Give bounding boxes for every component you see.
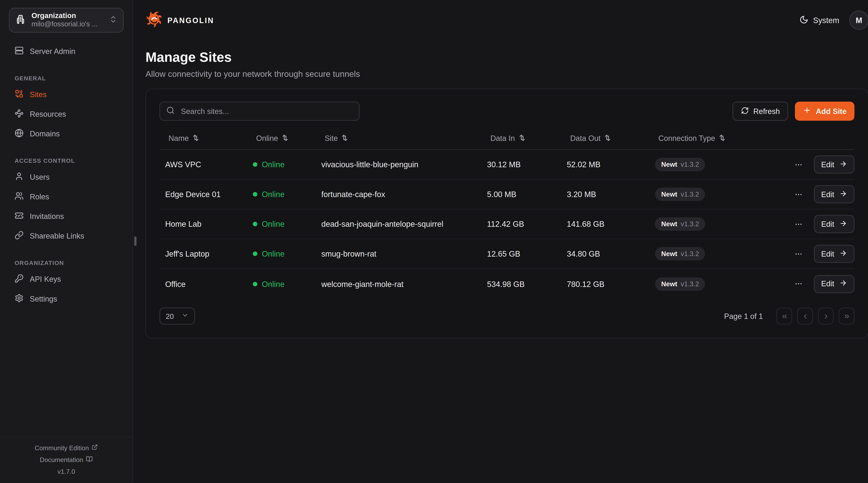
- edit-button[interactable]: Edit: [814, 215, 855, 233]
- cell-data-out: 141.68 GB: [561, 220, 649, 228]
- edit-button[interactable]: Edit: [814, 245, 855, 263]
- row-menu-button[interactable]: [792, 218, 805, 230]
- community-edition-link[interactable]: Community Edition: [35, 444, 98, 451]
- column-header-name[interactable]: Name: [159, 134, 247, 143]
- connection-badge: Newtv1.3.2: [655, 188, 705, 201]
- page-title: Manage Sites: [146, 50, 868, 65]
- pangolin-logo-icon: [146, 10, 162, 30]
- online-dot-icon: [253, 252, 257, 256]
- ticket-check-icon: [14, 211, 24, 222]
- globe-icon: [14, 129, 24, 139]
- add-site-button[interactable]: Add Site: [795, 102, 855, 121]
- sort-icon: [192, 134, 199, 143]
- organization-selector[interactable]: Organization milo@fossorial.io's ...: [9, 8, 124, 32]
- cell-data-in: 5.00 MB: [482, 190, 561, 199]
- cell-connection-type: Newtv1.3.2: [649, 217, 786, 231]
- arrow-right-icon: [839, 279, 847, 289]
- last-page-button[interactable]: [839, 308, 855, 324]
- refresh-button[interactable]: Refresh: [733, 102, 788, 121]
- sites-icon: [14, 89, 24, 100]
- cell-data-in: 534.98 GB: [482, 279, 561, 288]
- column-header-online[interactable]: Online: [247, 134, 316, 143]
- first-page-button[interactable]: [776, 308, 792, 324]
- cell-name: Home Lab: [159, 220, 247, 228]
- pagination-right: Page 1 of 1: [724, 308, 855, 324]
- cell-connection-type: Newtv1.3.2: [649, 247, 786, 261]
- topbar-right: System M: [800, 10, 868, 30]
- next-page-button[interactable]: [818, 308, 834, 324]
- users-icon: [14, 191, 24, 202]
- documentation-link[interactable]: Documentation: [40, 456, 93, 464]
- theme-toggle[interactable]: System: [800, 15, 839, 26]
- sidebar-item-users[interactable]: Users: [9, 167, 124, 187]
- column-header-connection-type[interactable]: Connection Type: [649, 134, 786, 143]
- cell-connection-type: Newtv1.3.2: [649, 277, 786, 291]
- organization-subtitle: milo@fossorial.io's ...: [31, 21, 103, 29]
- previous-page-button[interactable]: [797, 308, 813, 324]
- sort-icon: [604, 134, 611, 143]
- online-dot-icon: [253, 222, 257, 226]
- table-row: Office Online welcome-giant-mole-rat 534…: [159, 269, 855, 299]
- column-header-site[interactable]: Site: [316, 134, 482, 143]
- sidebar-item-label: Sites: [30, 90, 47, 99]
- avatar[interactable]: M: [849, 10, 868, 30]
- cell-data-out: 3.20 MB: [561, 190, 649, 199]
- cell-site: fortunate-cape-fox: [316, 190, 482, 199]
- sidebar-item-domains[interactable]: Domains: [9, 124, 124, 143]
- nav-section-general: GENERAL: [9, 74, 124, 82]
- table-row: AWS VPC Online vivacious-little-blue-pen…: [159, 150, 855, 180]
- community-edition-label: Community Edition: [35, 444, 89, 451]
- sidebar-item-resources[interactable]: Resources: [9, 104, 124, 124]
- sidebar-item-label: Invitations: [30, 212, 64, 221]
- cell-online: Online: [247, 249, 316, 258]
- search-input[interactable]: [180, 106, 353, 116]
- sidebar-item-invitations[interactable]: Invitations: [9, 206, 124, 226]
- external-link-icon: [92, 444, 98, 451]
- online-dot-icon: [253, 192, 257, 197]
- sidebar-item-sites[interactable]: Sites: [9, 85, 124, 104]
- sidebar-item-shareable-links[interactable]: Shareable Links: [9, 226, 124, 246]
- card-toolbar: Refresh Add Site: [159, 102, 855, 121]
- cell-site: smug-brown-rat: [316, 249, 482, 258]
- page-size-select[interactable]: 20: [159, 308, 195, 324]
- cell-name: Edge Device 01: [159, 190, 247, 199]
- sidebar-item-label: Domains: [30, 130, 60, 138]
- building-icon: [15, 14, 26, 27]
- sidebar-item-server-admin[interactable]: Server Admin: [9, 41, 124, 61]
- row-menu-button[interactable]: [792, 278, 805, 290]
- gear-icon: [14, 294, 24, 304]
- sidebar-item-label: Resources: [30, 110, 66, 119]
- cell-site: welcome-giant-mole-rat: [316, 279, 482, 288]
- app-window: Organization milo@fossorial.io's ... Ser…: [0, 0, 868, 483]
- nav-section-organization: ORGANIZATION: [9, 259, 124, 266]
- cell-actions: Edit: [786, 185, 855, 203]
- page-info: Page 1 of 1: [724, 312, 763, 320]
- row-menu-button[interactable]: [792, 158, 805, 171]
- sidebar-item-api-keys[interactable]: API Keys: [9, 269, 124, 289]
- cell-actions: Edit: [786, 275, 855, 293]
- cell-data-out: 780.12 GB: [561, 279, 649, 288]
- column-header-data-in[interactable]: Data In: [482, 134, 561, 143]
- row-menu-button[interactable]: [792, 188, 805, 200]
- nav-section-access-control: ACCESS CONTROL: [9, 157, 124, 164]
- edit-button[interactable]: Edit: [814, 185, 855, 203]
- column-header-data-out[interactable]: Data Out: [561, 134, 649, 143]
- row-menu-button[interactable]: [792, 247, 805, 260]
- cell-online: Online: [247, 190, 316, 199]
- documentation-label: Documentation: [40, 456, 83, 463]
- sort-icon: [518, 134, 526, 143]
- sidebar-item-roles[interactable]: Roles: [9, 187, 124, 206]
- table-row: Home Lab Online dead-san-joaquin-antelop…: [159, 210, 855, 239]
- sidebar-item-settings[interactable]: Settings: [9, 289, 124, 309]
- table-row: Edge Device 01 Online fortunate-cape-fox…: [159, 180, 855, 210]
- edit-button[interactable]: Edit: [814, 156, 855, 173]
- sidebar-resize-handle[interactable]: [134, 236, 136, 246]
- content: Manage Sites Allow connectivity to your …: [133, 40, 868, 339]
- cell-data-out: 52.02 MB: [561, 160, 649, 169]
- brand: PANGOLIN: [146, 10, 214, 30]
- cell-site: dead-san-joaquin-antelope-squirrel: [316, 220, 482, 228]
- theme-label: System: [813, 16, 839, 25]
- topbar: PANGOLIN System M: [133, 0, 868, 40]
- search-icon: [166, 106, 175, 117]
- edit-button[interactable]: Edit: [814, 275, 855, 293]
